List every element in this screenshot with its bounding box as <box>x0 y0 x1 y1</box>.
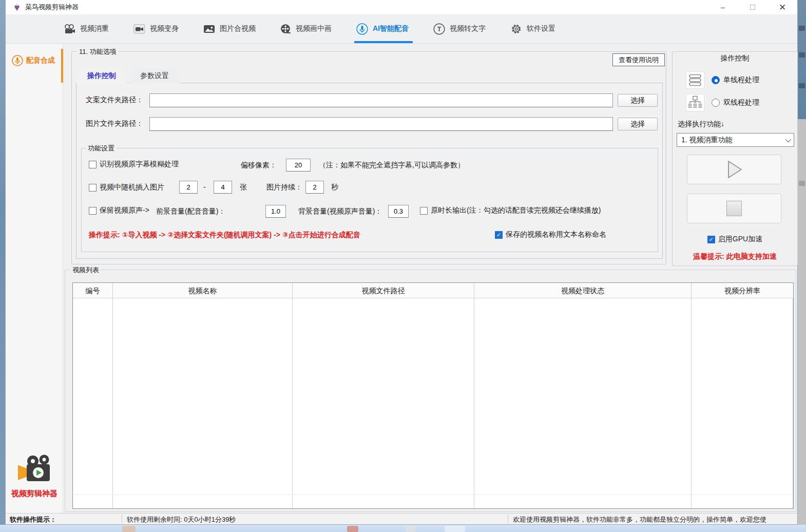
checkbox-box <box>495 231 503 239</box>
image-duration-label: 图片持续： <box>266 183 302 192</box>
bg-volume-input[interactable] <box>388 205 409 218</box>
checkbox-box <box>420 207 428 215</box>
image-folder-input[interactable] <box>149 117 613 131</box>
window-title: 菜鸟视频剪辑神器 <box>25 3 79 12</box>
checkbox-box <box>707 236 715 243</box>
header-video-name[interactable]: 视频名称 <box>113 283 293 298</box>
nav-tab-settings[interactable]: 软件设置 <box>510 14 555 43</box>
script-folder-label: 文案文件夹路径： <box>86 96 143 105</box>
sidebar-item-dubbing-synthesis[interactable]: 配音合成 <box>6 55 63 66</box>
offset-note: （注：如果不能完全遮挡字幕,可以调高参数） <box>319 161 465 170</box>
radio-dot <box>712 76 720 84</box>
image-folder-browse-button[interactable]: 选择 <box>618 118 658 130</box>
table-column <box>474 283 692 508</box>
stop-button[interactable] <box>687 194 781 223</box>
image-icon <box>203 24 215 34</box>
nav-tab-video-dedup[interactable]: 视频消重 <box>63 14 109 43</box>
play-icon <box>723 159 745 180</box>
function-options-group: 11. 功能选项 查看使用说明 操作控制 参数设置 文案文件夹路径： 选择 图片… <box>71 51 666 264</box>
checkbox-box <box>89 184 97 192</box>
checkbox-box <box>89 207 97 215</box>
inner-tabstrip: 操作控制 参数设置 <box>76 68 182 83</box>
operation-control-panel-right: 操作控制 单线程处理 <box>672 51 798 266</box>
keep-original-audio-checkbox[interactable]: 保留视频原声-> <box>89 206 149 215</box>
camcorder-icon <box>133 24 145 34</box>
duration-unit-label: 秒 <box>331 183 338 192</box>
operation-control-panel: 文案文件夹路径： 选择 图片文件夹路径： 选择 功能设置 识别视频原字幕模糊处理… <box>76 83 663 259</box>
table-gridline <box>73 495 793 495</box>
desktop-edge-left <box>0 0 5 525</box>
gpu-acceleration-checkbox[interactable]: 启用GPU加速 <box>707 235 762 244</box>
status-divider <box>508 515 508 523</box>
header-file-path[interactable]: 视频文件路径 <box>293 283 474 298</box>
welcome-marquee-text: 欢迎使用视频剪辑神器，软件功能非常多，功能都是独立分明的，操作简单，欢迎您使 <box>513 515 766 524</box>
tab-parameter-settings[interactable]: 参数设置 <box>129 68 180 83</box>
app-icon <box>13 3 21 11</box>
header-status[interactable]: 视频处理状态 <box>474 283 692 298</box>
dual-thread-radio[interactable]: 双线程处理 <box>712 98 759 107</box>
gpu-support-note: 温馨提示: 此电脑支持加速 <box>673 252 797 261</box>
chevron-down-icon <box>785 136 791 142</box>
video-table[interactable]: 编号 视频名称 视频文件路径 视频处理状态 视频分辨率 <box>72 282 794 509</box>
mic-icon <box>12 55 23 66</box>
tab-operation-control[interactable]: 操作控制 <box>76 68 127 83</box>
app-logo: 视频剪辑神器 <box>6 454 63 499</box>
blur-subtitle-checkbox[interactable]: 识别视频原字幕模糊处理 <box>89 160 179 169</box>
status-label: 软件操作提示： <box>10 515 56 524</box>
nav-tab-video-transform[interactable]: 视频变身 <box>133 14 179 43</box>
background-window-sliver <box>798 0 806 119</box>
fg-volume-input[interactable] <box>265 205 286 218</box>
bg-volume-label: 背景音量(视频原声音量)： <box>298 207 382 216</box>
title-bar: 菜鸟视频剪辑神器 – ✕ <box>6 0 797 14</box>
maximize-button[interactable] <box>738 0 767 14</box>
minimize-button[interactable]: – <box>708 0 738 14</box>
insert-max-input[interactable] <box>214 181 232 194</box>
control-panel-title: 操作控制 <box>673 54 797 63</box>
operation-hint: 操作提示: ①导入视频 -> ②选择文案文件夹(随机调用文案) -> ③点击开始… <box>89 231 360 240</box>
close-button[interactable]: ✕ <box>767 0 797 14</box>
video-list-group: 视频列表 编号 视频名称 视频文件路径 视频处理状态 视频分辨率 <box>65 270 796 512</box>
save-name-checkbox[interactable]: 保存的视频名称用文本名称命名 <box>495 230 606 239</box>
offset-pixel-input[interactable] <box>286 159 311 172</box>
group-title: 11. 功能选项 <box>77 47 119 56</box>
video-list-title: 视频列表 <box>70 265 101 275</box>
film-reel-icon <box>280 24 291 34</box>
stop-icon <box>726 201 742 216</box>
random-insert-image-checkbox[interactable]: 视频中随机插入图片 <box>89 183 164 192</box>
checkbox-box <box>89 161 97 168</box>
image-duration-input[interactable] <box>305 181 324 194</box>
taskbar-icon <box>347 526 358 532</box>
original-length-output-checkbox[interactable]: 原时长输出(注：勾选的话配音读完视频还会继续播放) <box>420 206 601 215</box>
view-instructions-button[interactable]: 查看使用说明 <box>612 53 665 66</box>
gear-icon <box>510 23 522 35</box>
function-select[interactable]: 1. 视频消重功能 <box>677 133 794 147</box>
table-header-row: 编号 视频名称 视频文件路径 视频处理状态 视频分辨率 <box>73 283 793 298</box>
desktop-edge-right <box>798 0 806 525</box>
image-folder-label: 图片文件夹路径： <box>86 119 143 128</box>
mic-icon <box>356 23 368 35</box>
nav-tab-video-to-text[interactable]: T 视频转文字 <box>433 14 486 43</box>
nav-tab-picture-in-picture[interactable]: 视频画中画 <box>280 14 332 43</box>
taskbar <box>0 525 806 532</box>
table-column <box>293 283 474 508</box>
svg-text:T: T <box>437 26 442 33</box>
movie-camera-icon <box>63 24 75 34</box>
status-bar: 软件操作提示： 软件使用剩余时间: 0天0小时1分39秒 欢迎使用视频剪辑神器，… <box>6 513 797 524</box>
single-thread-radio[interactable]: 单线程处理 <box>712 75 759 85</box>
taskbar-icon <box>406 526 416 532</box>
header-resolution[interactable]: 视频分辨率 <box>692 283 793 298</box>
nav-tab-ai-dubbing[interactable]: AI智能配音 <box>356 14 409 43</box>
insert-min-input[interactable] <box>179 181 198 194</box>
sidebar: 配音合成 视频剪辑神器 <box>6 44 63 513</box>
sidebar-item-label: 配音合成 <box>26 56 55 65</box>
remaining-time-text: 软件使用剩余时间: 0天0小时1分39秒 <box>127 515 236 524</box>
script-folder-input[interactable] <box>149 93 613 107</box>
maximize-icon <box>750 5 755 10</box>
insert-unit-label: 张 <box>240 183 247 192</box>
header-index[interactable]: 编号 <box>73 283 113 298</box>
nav-tab-image-to-video[interactable]: 图片合视频 <box>203 14 256 43</box>
radio-dot <box>712 99 720 107</box>
script-folder-browse-button[interactable]: 选择 <box>618 94 658 107</box>
start-button[interactable] <box>687 155 781 184</box>
text-circle-icon: T <box>433 23 445 35</box>
